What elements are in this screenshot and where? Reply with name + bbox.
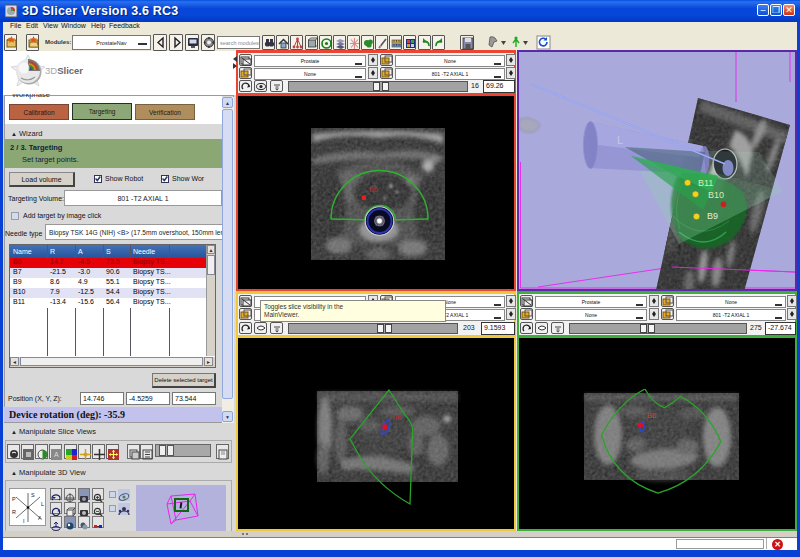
svg-text:I: I	[23, 518, 25, 524]
svg-text:R: R	[12, 509, 16, 515]
svg-text:B6: B6	[647, 411, 656, 420]
svg-text:L: L	[41, 501, 44, 507]
svg-text:A: A	[38, 515, 42, 521]
svg-text:L: L	[617, 134, 623, 146]
svg-text:B6: B6	[393, 414, 402, 421]
svg-text:A: A	[54, 451, 59, 458]
svg-text:B9: B9	[707, 211, 718, 221]
svg-text:B10: B10	[708, 190, 724, 200]
svg-text:B11: B11	[698, 178, 713, 188]
svg-text:S: S	[31, 492, 35, 498]
svg-text:P: P	[12, 496, 16, 502]
svg-text:B6: B6	[369, 186, 378, 193]
